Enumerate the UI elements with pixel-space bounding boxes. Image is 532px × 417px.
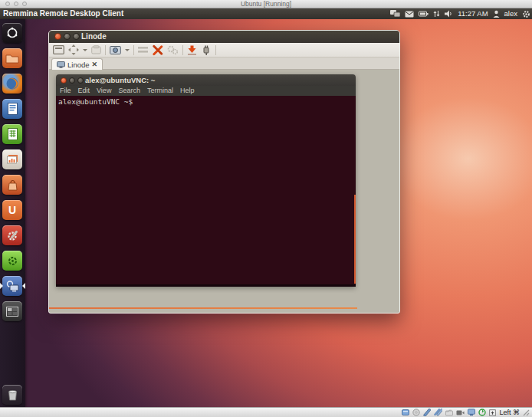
tools-icon[interactable] (152, 44, 163, 57)
host-window-title: Ubuntu [Running] (0, 0, 532, 8)
host-titlebar[interactable]: Ubuntu [Running] (0, 0, 532, 8)
launcher-item-software-updater[interactable] (2, 251, 22, 271)
remmina-remote-desktop-icon (6, 281, 19, 292)
launcher-item-trash[interactable] (2, 385, 22, 405)
remmina-window: Linode (48, 30, 400, 314)
refresh-gear-icon (7, 255, 18, 267)
terminal-menubar: File Edit View Search Terminal Help (56, 86, 356, 96)
launcher-item-libreoffice-impress[interactable] (2, 149, 22, 169)
launcher-item-ubuntu-one[interactable]: U (2, 200, 22, 220)
folder-icon (5, 53, 19, 64)
user-icon[interactable] (493, 10, 500, 18)
network-adapter-icon[interactable] (423, 409, 431, 416)
remote-terminal-window: alex@ubuntuVNC: ~ File Edit View Search … (56, 74, 356, 287)
remote-wallpaper-artifact-vertical (354, 195, 356, 284)
screenshot-icon[interactable] (110, 44, 121, 57)
network-indicator-icon[interactable] (390, 10, 400, 18)
shopping-bag-icon (7, 179, 18, 191)
terminal-output[interactable]: alex@ubuntuVNC ~$ (56, 96, 356, 284)
tab-label: Linode (67, 61, 90, 69)
firefox-icon (5, 77, 19, 90)
host-key-label: Left ⌘ (499, 408, 520, 417)
volume-indicator-icon[interactable] (445, 10, 453, 18)
fullscreen-icon[interactable] (53, 44, 64, 57)
launcher-item-remmina[interactable] (2, 276, 22, 296)
minimize-connection-icon[interactable] (138, 44, 148, 57)
video-capture-icon[interactable] (456, 409, 465, 416)
launcher-item-firefox[interactable] (2, 74, 22, 94)
screenshot-dropdown-caret[interactable] (125, 49, 130, 51)
top-panel: Remmina Remote Desktop Client 11:27 AM a… (0, 8, 532, 19)
grab-keyboard-icon[interactable] (91, 44, 101, 57)
toolbar-separator (182, 45, 183, 55)
battery-indicator-icon[interactable] (419, 11, 429, 17)
features-icon[interactable] (478, 409, 486, 416)
gears-icon[interactable] (167, 44, 179, 57)
launcher-focused-arrow-right (22, 283, 25, 289)
writer-document-icon (8, 103, 18, 115)
appmenu-title[interactable]: Remmina Remote Desktop Client (3, 8, 123, 19)
remmina-window-title: Linode (81, 31, 107, 43)
toolbar-separator (105, 45, 106, 55)
vbox-statusbar: Left ⌘ (0, 407, 532, 417)
scale-window-icon[interactable] (68, 44, 79, 57)
menu-help[interactable]: Help (180, 86, 195, 96)
hard-disk-icon[interactable] (402, 409, 409, 416)
remote-desktop-viewport[interactable]: alex@ubuntuVNC: ~ File Edit View Search … (49, 70, 399, 312)
clock[interactable]: 11:27 AM (458, 8, 488, 19)
optical-disk-icon[interactable] (412, 409, 420, 416)
mail-indicator-icon[interactable] (405, 11, 414, 18)
dash-home-icon (5, 26, 19, 40)
network-adapter-2-icon[interactable] (434, 409, 442, 416)
scale-dropdown-caret[interactable] (83, 49, 87, 51)
resize-grip-icon[interactable] (523, 409, 530, 416)
menu-file[interactable]: File (60, 86, 71, 96)
sync-indicator-icon[interactable] (433, 10, 440, 18)
impress-presentation-icon (7, 154, 18, 166)
launcher-item-libreoffice-writer[interactable] (2, 99, 22, 119)
shared-folders-icon[interactable] (445, 409, 453, 416)
calc-spreadsheet-icon (8, 128, 18, 140)
terminal-titlebar[interactable]: alex@ubuntuVNC: ~ (56, 74, 356, 86)
tab-close-icon[interactable]: ✕ (92, 61, 98, 68)
menu-edit[interactable]: Edit (78, 86, 90, 96)
terminal-close-button[interactable] (61, 77, 67, 84)
launcher-item-libreoffice-calc[interactable] (2, 124, 22, 144)
terminal-window-title: alex@ubuntuVNC: ~ (85, 74, 155, 86)
terminal-minimize-button[interactable] (69, 77, 75, 84)
launcher-focused-arrow-left (0, 283, 3, 289)
indicator-area: 11:27 AM alex (390, 8, 530, 19)
host-key-box-icon[interactable] (489, 409, 496, 416)
terminal-maximize-button[interactable] (77, 77, 84, 84)
gear-wrench-icon (6, 229, 19, 242)
remmina-maximize-button[interactable] (73, 33, 80, 40)
menu-search[interactable]: Search (118, 86, 140, 96)
shell-prompt: alex@ubuntuVNC ~$ (58, 97, 133, 106)
toolbar-separator (215, 45, 216, 55)
tab-linode[interactable]: Linode ✕ (51, 58, 103, 70)
launcher-item-software-center[interactable] (2, 175, 22, 195)
disconnect-plug-icon[interactable] (201, 44, 212, 57)
remote-wallpaper-artifact-horizontal (49, 307, 357, 309)
vbox-status-icons: Left ⌘ (402, 408, 530, 417)
launcher-item-workspace-switcher[interactable] (2, 301, 22, 321)
iconify-down-arrow-icon[interactable] (187, 44, 197, 57)
launcher-item-files[interactable] (2, 48, 22, 68)
remmina-minimize-button[interactable] (64, 33, 71, 40)
menu-view[interactable]: View (97, 86, 111, 96)
launcher-item-dash-home[interactable] (2, 23, 22, 43)
display-icon[interactable] (468, 409, 475, 416)
user-name[interactable]: alex (504, 8, 517, 19)
unity-launcher: U (0, 19, 25, 407)
remmina-tabbar: Linode ✕ (49, 57, 399, 70)
toolbar-separator (133, 45, 134, 55)
launcher-item-system-settings[interactable] (2, 225, 22, 245)
session-gear-icon[interactable] (522, 10, 530, 18)
remmina-toolbar (49, 43, 399, 57)
ubuntu-one-icon: U (8, 204, 16, 216)
trash-can-icon (7, 389, 18, 401)
virtualbox-vm-window: Ubuntu [Running] Remmina Remote Desktop … (0, 0, 532, 417)
remmina-titlebar[interactable]: Linode (49, 31, 399, 43)
remmina-close-button[interactable] (54, 33, 61, 40)
menu-terminal[interactable]: Terminal (147, 86, 173, 96)
